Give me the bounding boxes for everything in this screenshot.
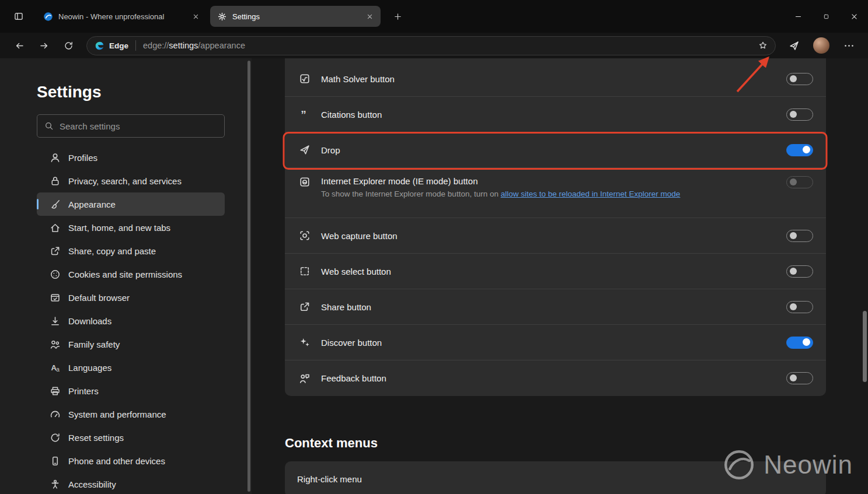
svg-text:a: a: [56, 366, 60, 372]
web-capture-button-toggle[interactable]: [786, 230, 813, 242]
selected-indicator: [37, 199, 39, 209]
person-icon: [50, 152, 61, 163]
sidebar-nav: ProfilesPrivacy, search, and servicesApp…: [37, 146, 225, 494]
family-icon: [50, 339, 61, 350]
page-scrollbar[interactable]: [862, 58, 867, 494]
share-icon: [299, 301, 311, 313]
citations-button-toggle[interactable]: [786, 108, 813, 121]
url-text: edge://settings/appearance: [143, 41, 754, 50]
search-icon: [44, 121, 54, 131]
reset-icon: [50, 432, 61, 443]
drop-toolbar-button[interactable]: [783, 36, 805, 55]
svg-text:”: ”: [301, 108, 306, 120]
tab-close-button[interactable]: [189, 10, 202, 23]
tab-title: Settings: [232, 12, 358, 21]
sidebar-item-phone-and-other-devices[interactable]: Phone and other devices: [37, 449, 225, 472]
quote-icon: ”: [299, 108, 311, 120]
edge-site-button[interactable]: Edge: [90, 38, 133, 53]
feedback-icon: [299, 373, 311, 384]
ie-icon: [299, 176, 311, 188]
setting-label: Discover button: [321, 338, 382, 348]
search-input[interactable]: [60, 121, 217, 131]
sidebar-item-family-safety[interactable]: Family safety: [37, 332, 225, 356]
browser-menu-button[interactable]: [838, 36, 860, 55]
tab-neowin[interactable]: Neowin - Where unprofessional: [36, 6, 207, 27]
sidebar-item-system-and-performance[interactable]: System and performance: [37, 402, 225, 426]
close-button[interactable]: [840, 0, 868, 33]
setting-row-web-select-button: Web select button: [285, 254, 826, 289]
sidebar-item-default-browser[interactable]: Default browser: [37, 286, 225, 309]
tab-actions-button[interactable]: [8, 6, 29, 26]
math-solver-button-toggle[interactable]: [786, 73, 813, 85]
share-icon: [50, 246, 61, 257]
sidebar-item-appearance[interactable]: Appearance: [37, 192, 225, 216]
sidebar-item-label: System and performance: [68, 409, 166, 419]
sparkle-icon: [299, 337, 311, 348]
back-button[interactable]: [8, 36, 30, 55]
maximize-button[interactable]: [812, 0, 840, 33]
ellipsis-icon: [843, 40, 855, 51]
browser-check-icon: [50, 292, 61, 303]
drop-toggle[interactable]: [786, 144, 813, 156]
url-host: settings: [169, 41, 198, 50]
address-bar[interactable]: Edge edge://settings/appearance: [86, 36, 776, 55]
sidebar-item-label: Appearance: [68, 199, 116, 209]
discover-button-toggle[interactable]: [786, 337, 813, 349]
toggle-knob: [790, 268, 797, 275]
internet-explorer-mode-ie-mode-button-toggle[interactable]: [786, 176, 813, 188]
profile-avatar[interactable]: [813, 37, 829, 54]
setting-row-feedback-button: Feedback button: [285, 360, 826, 396]
sidebar-item-reset-settings[interactable]: Reset settings: [37, 426, 225, 449]
setting-label: Internet Explorer mode (IE mode) button: [321, 176, 680, 186]
scrollbar-thumb[interactable]: [863, 311, 867, 382]
sidebar-item-share-copy-and-paste[interactable]: Share, copy and paste: [37, 239, 225, 262]
add-favorite-button[interactable]: [754, 37, 772, 54]
ie-mode-link[interactable]: allow sites to be reloaded in Internet E…: [501, 190, 681, 198]
site-label: Edge: [109, 41, 128, 50]
window-controls: [784, 0, 868, 33]
send-icon: [299, 144, 311, 156]
tab-close-button[interactable]: [363, 10, 376, 23]
sidebar-item-profiles[interactable]: Profiles: [37, 146, 225, 169]
setting-texts: Discover button: [321, 338, 382, 348]
sidebar-item-accessibility[interactable]: Accessibility: [37, 472, 225, 494]
sidebar-scrollbar[interactable]: [247, 61, 250, 492]
search-settings-box[interactable]: [37, 114, 225, 138]
sidebar-item-label: Default browser: [68, 293, 130, 303]
watermark-text: Neowin: [764, 450, 853, 479]
setting-texts: Web capture button: [321, 231, 398, 241]
minimize-button[interactable]: [784, 0, 812, 33]
close-icon: [192, 13, 200, 20]
share-button-toggle[interactable]: [786, 301, 813, 313]
sidebar-item-label: Printers: [68, 386, 99, 396]
sidebar-item-downloads[interactable]: Downloads: [37, 309, 225, 332]
setting-label: Web select button: [321, 267, 391, 276]
sidebar-item-label: Start, home, and new tabs: [68, 223, 170, 233]
settings-content: Math Solver button”Citations buttonDropI…: [252, 58, 868, 494]
sidebar-item-start-home-and-new-tabs[interactable]: Start, home, and new tabs: [37, 216, 225, 239]
url-path: /appearance: [198, 41, 245, 50]
feedback-button-toggle[interactable]: [786, 372, 813, 384]
minimize-icon: [794, 13, 802, 20]
web-select-button-toggle[interactable]: [786, 265, 813, 278]
setting-description: To show the Internet Explorer mode butto…: [321, 190, 680, 198]
setting-label: Feedback button: [321, 373, 386, 383]
sidebar-item-label: Languages: [68, 363, 111, 373]
sidebar-item-privacy-search-and-services[interactable]: Privacy, search, and services: [37, 169, 225, 192]
printer-icon: [50, 386, 61, 397]
sidebar-item-cookies-and-site-permissions[interactable]: Cookies and site permissions: [37, 262, 225, 286]
setting-texts: Drop: [321, 145, 340, 155]
url-scheme: edge://: [143, 41, 169, 50]
navigation-bar: Edge edge://settings/appearance: [0, 33, 868, 58]
refresh-button[interactable]: [57, 36, 79, 55]
toggle-knob: [790, 303, 797, 310]
refresh-icon: [64, 41, 74, 51]
close-icon: [366, 13, 374, 20]
setting-texts: Share button: [321, 302, 371, 312]
forward-button[interactable]: [33, 36, 55, 55]
sidebar-item-printers[interactable]: Printers: [37, 379, 225, 402]
setting-row-discover-button: Discover button: [285, 325, 826, 360]
sidebar-item-languages[interactable]: AaLanguages: [37, 356, 225, 379]
tab-settings[interactable]: Settings: [210, 6, 381, 27]
new-tab-button[interactable]: [388, 6, 407, 26]
